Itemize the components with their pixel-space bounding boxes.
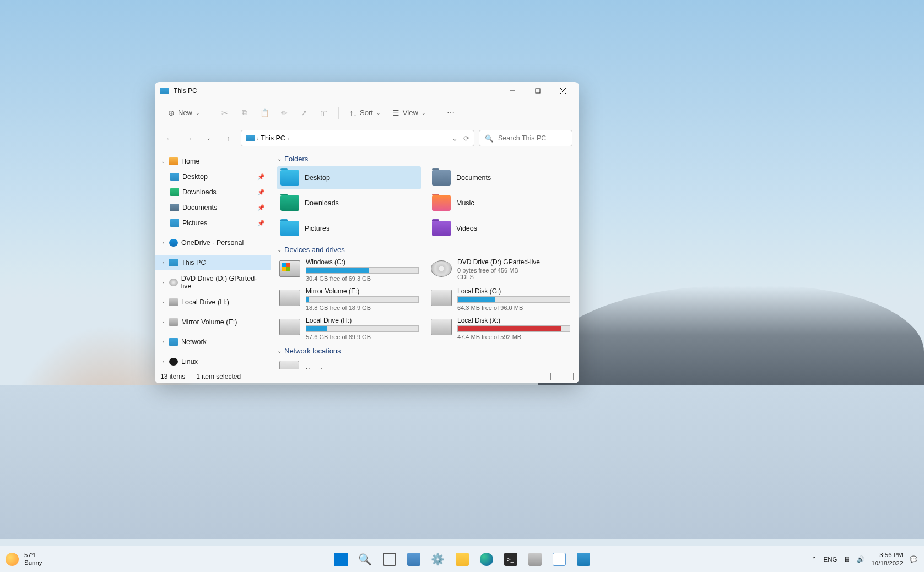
taskbar-app-terminal[interactable]: >_ — [500, 548, 522, 570]
details-view-button[interactable] — [550, 373, 560, 380]
terminal-icon: >_ — [504, 553, 517, 566]
cut-icon: ✂ — [220, 108, 229, 117]
titlebar[interactable]: This PC — [155, 82, 579, 100]
drive-g[interactable]: Local Disk (G:)64.3 MB free of 96.0 MB — [429, 286, 572, 312]
clock[interactable]: 3:56 PM10/18/2022 — [871, 551, 903, 567]
forward-button[interactable]: → — [181, 130, 197, 146]
network-tray-icon[interactable]: 🖥 — [844, 556, 850, 563]
chevron-right-icon[interactable]: › — [160, 359, 166, 364]
pin-icon: 📌 — [257, 204, 265, 211]
search-placeholder: Search This PC — [498, 134, 546, 142]
more-button[interactable]: ⋯ — [442, 106, 460, 120]
notifications-button[interactable]: 💬 — [910, 555, 917, 563]
taskbar-app-edge[interactable] — [475, 548, 498, 570]
weather-widget[interactable]: 57°FSunny — [0, 552, 110, 567]
taskbar-app-notepad[interactable] — [548, 548, 570, 570]
address-bar[interactable]: › This PC › ⌄ ⟳ — [241, 130, 474, 146]
taskbar-app-explorer[interactable] — [451, 548, 473, 570]
sidebar-item-linux[interactable]: ›Linux — [155, 354, 271, 369]
drive-x[interactable]: Local Disk (X:)47.4 MB free of 592 MB — [429, 315, 572, 341]
taskbar-app-store[interactable] — [572, 548, 595, 570]
drive-h[interactable]: Local Drive (H:)57.6 GB free of 69.9 GB — [277, 315, 421, 341]
chevron-right-icon[interactable]: › — [160, 319, 166, 325]
sun-icon — [6, 553, 19, 566]
drive-d[interactable]: DVD Drive (D:) GParted-live0 bytes free … — [429, 257, 572, 283]
chevron-right-icon[interactable]: › — [160, 280, 166, 285]
tray-chevron-icon[interactable]: ⌃ — [812, 555, 817, 563]
sort-label: Sort — [360, 108, 373, 117]
chevron-down-icon[interactable]: ⌄ — [160, 159, 166, 164]
weather-status: Sunny — [24, 559, 42, 567]
close-button[interactable] — [550, 83, 576, 99]
chevron-down-icon[interactable]: ⌄ — [452, 134, 458, 143]
folder-pictures[interactable]: Pictures — [277, 217, 421, 240]
copy-icon: ⧉ — [240, 108, 249, 117]
search-button[interactable]: 🔍 — [354, 548, 376, 570]
refresh-button[interactable]: ⟳ — [463, 134, 469, 143]
sidebar-item-thispc[interactable]: ›This PC — [155, 255, 271, 270]
drive-e[interactable]: Mirror Volume (E:)18.8 GB free of 18.9 G… — [277, 286, 421, 312]
chevron-right-icon[interactable]: › — [160, 299, 166, 305]
sidebar-item-dvd[interactable]: ›DVD Drive (D:) GParted-live — [155, 275, 271, 290]
chevron-right-icon[interactable]: › — [160, 240, 166, 246]
folder-documents[interactable]: Documents — [429, 166, 572, 189]
folder-videos[interactable]: Videos — [429, 217, 572, 240]
breadcrumb-segment[interactable]: This PC — [261, 134, 285, 142]
sidebar-item-mirrore[interactable]: ›Mirror Volume (E:) — [155, 314, 271, 330]
delete-button[interactable]: 🗑 — [315, 106, 333, 120]
drive-c[interactable]: Windows (C:)30.4 GB free of 69.3 GB — [277, 257, 421, 283]
sidebar-item-localh[interactable]: ›Local Drive (H:) — [155, 295, 271, 310]
chevron-right-icon[interactable]: › — [160, 339, 166, 345]
cut-button[interactable]: ✂ — [216, 106, 234, 120]
desktop-icon — [170, 173, 179, 181]
start-button[interactable] — [330, 548, 352, 570]
sidebar-item-network[interactable]: ›Network — [155, 334, 271, 350]
up-button[interactable]: ↑ — [221, 130, 236, 146]
taskbar-app-widgets[interactable] — [403, 548, 425, 570]
folder-music[interactable]: Music — [429, 192, 572, 215]
window-title: This PC — [174, 87, 500, 95]
rename-icon: ✏ — [280, 108, 289, 117]
paste-icon: 📋 — [260, 108, 269, 117]
recent-button[interactable]: ⌄ — [201, 130, 217, 146]
paste-button[interactable]: 📋 — [256, 106, 273, 120]
edge-icon — [480, 553, 493, 566]
sidebar-item-home[interactable]: ⌄Home — [155, 154, 271, 169]
tiles-view-button[interactable] — [564, 373, 574, 380]
back-button[interactable]: ← — [161, 130, 177, 146]
downloads-folder-icon — [280, 195, 299, 211]
rename-button[interactable]: ✏ — [275, 106, 293, 120]
taskbar[interactable]: 57°FSunny 🔍 ⚙️ >_ ⌃ ENG 🖥 🔊 3:56 PM10/18… — [0, 546, 924, 572]
chevron-down-icon: ⌄ — [376, 110, 381, 116]
folder-downloads[interactable]: Downloads — [277, 192, 421, 215]
folder-desktop[interactable]: Desktop — [277, 166, 421, 189]
language-indicator[interactable]: ENG — [824, 556, 837, 563]
taskbar-app-diskmgmt[interactable] — [524, 548, 546, 570]
maximize-button[interactable] — [525, 83, 550, 99]
chevron-right-icon[interactable]: › — [160, 260, 166, 265]
sidebar-item-downloads[interactable]: Downloads📌 — [155, 184, 271, 200]
share-button[interactable]: ↗ — [295, 106, 313, 120]
taskview-icon — [383, 553, 396, 566]
task-view-button[interactable] — [379, 548, 401, 570]
view-button[interactable]: ☰ View ⌄ — [387, 106, 430, 120]
new-button[interactable]: ⊕ New ⌄ — [163, 106, 204, 120]
network-location-theater[interactable]: Theater — [277, 358, 572, 369]
section-header-network[interactable]: ⌄Network locations — [277, 347, 572, 355]
documents-folder-icon — [432, 170, 451, 186]
sidebar-item-desktop[interactable]: Desktop📌 — [155, 169, 271, 184]
sort-button[interactable]: ↑↓ Sort ⌄ — [344, 106, 385, 120]
volume-tray-icon[interactable]: 🔊 — [857, 555, 864, 563]
taskbar-app-settings[interactable]: ⚙️ — [427, 548, 449, 570]
section-header-drives[interactable]: ⌄Devices and drives — [277, 246, 572, 254]
onedrive-icon — [169, 239, 178, 247]
sidebar-item-documents[interactable]: Documents📌 — [155, 200, 271, 215]
search-input[interactable]: 🔍 Search This PC — [479, 130, 572, 146]
section-header-folders[interactable]: ⌄Folders — [277, 155, 572, 163]
sidebar-item-onedrive[interactable]: ›OneDrive - Personal — [155, 235, 271, 250]
minimize-button[interactable] — [500, 83, 525, 99]
sidebar-item-pictures[interactable]: Pictures📌 — [155, 215, 271, 231]
pictures-folder-icon — [280, 221, 299, 236]
copy-button[interactable]: ⧉ — [236, 106, 253, 120]
music-folder-icon — [432, 195, 451, 211]
